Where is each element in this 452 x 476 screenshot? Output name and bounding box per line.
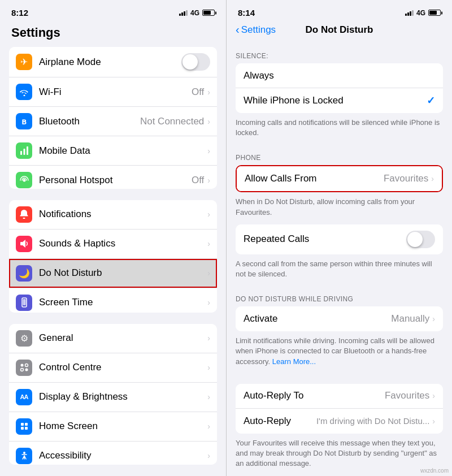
allow-calls-chevron-icon: ›: [431, 174, 434, 183]
connectivity-section: ✈ Airplane Mode Wi-Fi Off › ʙ Bluetooth …: [9, 47, 217, 189]
signal-icon: [179, 10, 188, 16]
svg-point-8: [20, 364, 23, 367]
general-item[interactable]: ⚙ General ›: [9, 324, 217, 353]
activate-value: Manually: [391, 313, 429, 324]
do-not-disturb-label: Do Not Disturb: [39, 267, 207, 279]
hotspot-icon: [16, 172, 32, 188]
notifications-icon: [16, 206, 32, 223]
sounds-icon: [16, 236, 32, 252]
silence-section: Always While iPhone is Locked ✓: [236, 63, 443, 113]
svg-point-3: [23, 179, 25, 181]
auto-reply-item[interactable]: Auto-Reply I'm driving with Do Not Distu…: [236, 409, 443, 434]
always-item[interactable]: Always: [236, 63, 443, 88]
locked-item[interactable]: While iPhone is Locked ✓: [236, 88, 443, 113]
auto-reply-to-item[interactable]: Auto-Reply To Favourites ›: [236, 384, 443, 409]
battery-icon: [202, 10, 215, 16]
repeated-calls-description: A second call from the same person withi…: [227, 254, 452, 286]
right-panel: 8:14 4G ‹ Settings Do Not Disturb S: [226, 0, 452, 476]
back-label: Settings: [241, 24, 276, 36]
driving-description: Limit notifications while driving. Incom…: [227, 331, 452, 374]
svg-rect-1: [23, 149, 25, 155]
left-panel: 8:12 4G Settings ✈ Airplane Mode: [0, 0, 226, 476]
locked-checkmark-icon: ✓: [427, 94, 435, 107]
airplane-label: Airplane Mode: [39, 57, 181, 68]
right-status-icons: 4G: [405, 9, 441, 17]
sounds-label: Sounds & Haptics: [39, 238, 207, 249]
auto-reply-section: Auto-Reply To Favourites › Auto-Reply I'…: [236, 384, 443, 434]
driving-section: Activate Manually ›: [236, 306, 443, 331]
home-screen-icon: [16, 418, 32, 435]
repeated-calls-item[interactable]: Repeated Calls: [236, 224, 443, 254]
bluetooth-chevron-icon: ›: [207, 117, 210, 126]
allow-calls-value: Favourites: [384, 173, 428, 184]
learn-more-link[interactable]: Learn More...: [272, 357, 316, 366]
hotspot-label: Personal Hotspot: [39, 175, 192, 186]
right-signal-icon: [405, 10, 414, 16]
svg-rect-0: [20, 151, 22, 155]
right-network-icon: 4G: [416, 9, 425, 17]
svg-rect-14: [21, 427, 24, 430]
do-not-disturb-item[interactable]: 🌙 Do Not Disturb ›: [9, 259, 217, 288]
mobile-data-item[interactable]: Mobile Data ›: [9, 136, 217, 166]
notifications-item[interactable]: Notifications ›: [9, 200, 217, 230]
auto-reply-value: I'm driving with Do Not Distu...: [316, 416, 429, 426]
svg-rect-4: [23, 218, 25, 219]
control-centre-chevron-icon: ›: [207, 363, 210, 372]
activate-label: Activate: [244, 313, 391, 324]
allow-calls-description: When in Do Not Disturb, allow incoming c…: [227, 192, 452, 224]
control-centre-item[interactable]: Control Centre ›: [9, 353, 217, 383]
back-button[interactable]: ‹ Settings: [236, 23, 276, 36]
hotspot-value: Off: [192, 175, 204, 186]
notifications-label: Notifications: [39, 209, 207, 220]
bluetooth-label: Bluetooth: [39, 116, 140, 127]
system-section: Notifications › Sounds & Haptics › 🌙 Do …: [9, 200, 217, 313]
allow-calls-item[interactable]: Allow Calls From Favourites ›: [237, 166, 442, 191]
settings-title: Settings: [0, 21, 226, 47]
silence-header: SILENCE:: [227, 43, 452, 63]
svg-point-11: [25, 369, 28, 371]
notifications-chevron-icon: ›: [207, 210, 210, 219]
left-status-time: 8:12: [11, 8, 28, 18]
wifi-chevron-icon: ›: [207, 88, 210, 97]
display-label: Display & Brightness: [39, 391, 207, 403]
wifi-value: Off: [192, 86, 204, 98]
svg-rect-7: [23, 299, 25, 305]
mobile-data-icon: [16, 142, 32, 159]
phone-header: PHONE: [227, 145, 452, 165]
wifi-item[interactable]: Wi-Fi Off ›: [9, 77, 217, 107]
general-label: General: [39, 332, 207, 344]
display-item[interactable]: AA Display & Brightness ›: [9, 383, 217, 412]
general-chevron-icon: ›: [207, 334, 210, 343]
auto-reply-to-value: Favourites: [385, 390, 429, 401]
general-icon: ⚙: [16, 330, 32, 347]
always-label: Always: [244, 70, 435, 81]
screen-time-item[interactable]: Screen Time ›: [9, 288, 217, 313]
airplane-mode-item[interactable]: ✈ Airplane Mode: [9, 47, 217, 77]
right-content: SILENCE: Always While iPhone is Locked ✓…: [227, 43, 452, 476]
accessibility-label: Accessibility: [39, 450, 207, 461]
bluetooth-item[interactable]: ʙ Bluetooth Not Connected ›: [9, 107, 217, 136]
activate-item[interactable]: Activate Manually ›: [236, 306, 443, 331]
sounds-item[interactable]: Sounds & Haptics ›: [9, 230, 217, 259]
screen-time-chevron-icon: ›: [207, 298, 210, 307]
auto-reply-to-label: Auto-Reply To: [244, 390, 385, 401]
svg-point-16: [23, 452, 25, 454]
repeated-calls-toggle[interactable]: [406, 231, 435, 248]
home-screen-item[interactable]: Home Screen ›: [9, 412, 217, 442]
repeated-calls-section: Repeated Calls: [236, 224, 443, 254]
airplane-toggle[interactable]: [181, 53, 210, 71]
home-screen-label: Home Screen: [39, 421, 207, 432]
display-chevron-icon: ›: [207, 392, 210, 401]
right-status-bar: 8:14 4G: [227, 0, 452, 21]
airplane-icon: ✈: [16, 54, 32, 70]
auto-reply-chevron-icon: ›: [432, 417, 435, 426]
right-battery-icon: [428, 10, 441, 16]
accessibility-item[interactable]: Accessibility ›: [9, 442, 217, 465]
svg-rect-5: [20, 242, 23, 245]
hotspot-item[interactable]: Personal Hotspot Off ›: [9, 166, 217, 189]
control-centre-icon: [16, 360, 32, 376]
right-header: ‹ Settings Do Not Disturb: [227, 21, 452, 43]
mobile-data-label: Mobile Data: [39, 145, 207, 157]
accessibility-icon: [16, 448, 32, 464]
auto-reply-description: Your Favourites will receive this messag…: [227, 434, 452, 476]
